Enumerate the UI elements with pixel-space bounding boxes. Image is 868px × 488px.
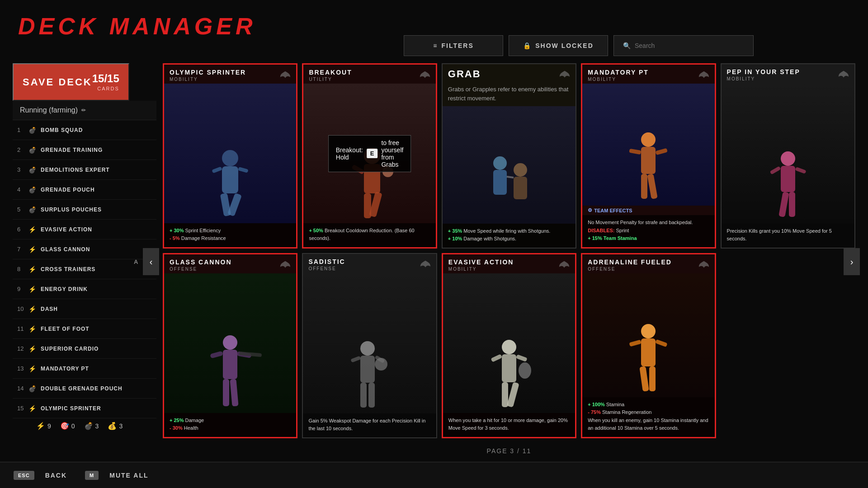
card-title: SADISTIC <box>308 258 430 265</box>
deck-list-item[interactable]: 7 ⚡ GLASS CANNON <box>13 239 156 259</box>
deck-item-name: GLASS CANNON <box>41 246 152 253</box>
svg-rect-52 <box>641 338 656 366</box>
nav-left-arrow[interactable]: ‹ <box>143 248 159 275</box>
card-glass-cannon[interactable]: GLASS CANNON OFFENSE + 25% Damage- 30% H… <box>163 253 297 438</box>
card-image-area <box>164 273 296 413</box>
show-locked-button[interactable]: 🔒 SHOW LOCKED <box>509 35 608 56</box>
card-image-area <box>443 106 576 224</box>
bottom-icon-item: ⚡9 <box>36 422 51 430</box>
deck-list-item[interactable]: 10 ⚡ DASH <box>13 299 156 319</box>
svg-rect-55 <box>640 366 650 391</box>
card-badge <box>419 69 431 82</box>
deck-item-number: 10 <box>17 305 27 312</box>
deck-list-item[interactable]: 5 💣 SURPLUS POUCHES <box>13 200 156 220</box>
card-badge <box>558 259 571 272</box>
card-mandatory-pt[interactable]: MANDATORY PT MOBILITY ⚙ TEAM EFFECTS No … <box>581 63 716 249</box>
deck-item-number: 2 <box>17 146 27 153</box>
svg-rect-48 <box>502 382 508 407</box>
edit-icon[interactable]: ✏ <box>81 107 86 113</box>
card-type: OFFENSE <box>588 267 709 272</box>
deck-list-item[interactable]: 3 💣 DEMOLITIONS EXPERT <box>13 160 156 180</box>
deck-item-icon: 💣 <box>27 165 37 175</box>
card-header: GLASS CANNON OFFENSE <box>164 254 296 273</box>
nav-right-arrow[interactable]: › <box>844 248 860 275</box>
card-badge <box>419 258 432 271</box>
filters-button[interactable]: ≡ FILTERS <box>404 35 503 56</box>
deck-item-name: GRENADE POUCH <box>41 187 152 193</box>
mute-key: M <box>85 471 99 480</box>
deck-item-icon: 💣 <box>27 125 37 135</box>
deck-item-number: 1 <box>17 127 27 133</box>
card-breakout[interactable]: BREAKOUT UTILITY Breakout: Hold E to fre… <box>302 63 437 249</box>
card-title: PEP IN YOUR STEP <box>727 69 849 75</box>
deck-list-item[interactable]: 4 💣 GRENADE POUCH <box>13 180 156 200</box>
bottom-icon-count: 3 <box>95 422 99 430</box>
svg-rect-56 <box>649 366 656 391</box>
card-badge <box>558 69 571 81</box>
svg-point-50 <box>519 362 531 379</box>
card-type: MOBILITY <box>170 77 291 82</box>
svg-rect-54 <box>655 339 668 347</box>
deck-item-number: 4 <box>17 186 27 193</box>
card-sadistic[interactable]: SADISTIC OFFENSE Gain 5% Weakspot Damage… <box>302 253 437 438</box>
deck-item-number: 8 <box>17 266 27 272</box>
filters-icon: ≡ <box>433 42 438 49</box>
cards-grid: OLYMPIC SPRINTER MOBILITY + 30% Sprint E… <box>163 63 855 438</box>
card-olympic-sprinter[interactable]: OLYMPIC SPRINTER MOBILITY + 30% Sprint E… <box>163 63 297 249</box>
card-type: MOBILITY <box>727 76 849 81</box>
deck-list-item[interactable]: 15 ⚡ OLYMPIC SPRINTER <box>13 399 156 418</box>
deck-item-number: 15 <box>17 405 27 412</box>
deck-item-name: GRENADE TRAINING <box>41 147 152 153</box>
cards-label: CARDS <box>97 86 119 91</box>
team-effects-label: ⚙ TEAM EFFECTS <box>582 206 714 215</box>
card-header: OLYMPIC SPRINTER MOBILITY <box>164 65 296 84</box>
svg-rect-46 <box>491 354 502 362</box>
card-stats: + 35% Move Speed while firing with Shotg… <box>443 224 576 248</box>
deck-item-name: MANDATORY PT <box>41 366 152 372</box>
svg-rect-1 <box>222 166 238 193</box>
search-input[interactable] <box>635 42 744 49</box>
deck-list-item[interactable]: 9 ⚡ ENERGY DRINK <box>13 279 156 299</box>
deck-list-item[interactable]: 14 💣 DOUBLE GRENADE POUCH <box>13 379 156 399</box>
sidebar-bottom-icons: ⚡9🎯0💣3💰3 <box>36 422 123 430</box>
svg-point-13 <box>493 156 507 170</box>
card-pep-in-your-step[interactable]: PEP IN YOUR STEP MOBILITY Precision Kill… <box>721 63 855 249</box>
card-grab[interactable]: Grab Grabs or Grapples refer to enemy ab… <box>442 63 576 249</box>
deck-item-number: 7 <box>17 246 27 253</box>
card-title: BREAKOUT <box>309 69 430 76</box>
deck-list-item[interactable]: 6 ⚡ EVASIVE ACTION <box>13 220 156 239</box>
search-box[interactable]: 🔍 <box>613 35 754 56</box>
deck-item-name: SURPLUS POUCHES <box>41 206 152 213</box>
svg-rect-27 <box>795 167 806 174</box>
deck-list-item[interactable]: 11 ⚡ FLEET OF FOOT <box>13 319 156 339</box>
deck-item-name: BOMB SQUAD <box>41 127 152 133</box>
card-title: GLASS CANNON <box>170 259 291 266</box>
card-evasive-action[interactable]: EVASIVE ACTION MOBILITY When you take a … <box>442 253 576 438</box>
svg-rect-38 <box>360 356 375 383</box>
deck-name-row: Running (farming) ✏ <box>13 101 156 120</box>
top-bar: ≡ FILTERS 🔒 SHOW LOCKED 🔍 <box>307 35 850 56</box>
deck-list-item[interactable]: 13 ⚡ MANDATORY PT <box>13 359 156 379</box>
svg-rect-43 <box>368 383 375 408</box>
deck-item-name: OLYMPIC SPRINTER <box>41 405 152 412</box>
tooltip-text: Breakout: Hold <box>336 146 363 161</box>
show-locked-label: SHOW LOCKED <box>535 42 594 49</box>
sidebar-deck-list: 1 💣 BOMB SQUAD 2 💣 GRENADE TRAINING 3 💣 … <box>13 120 156 473</box>
svg-rect-22 <box>641 174 647 199</box>
filters-label: FILTERS <box>441 42 473 49</box>
deck-item-number: 12 <box>17 345 27 352</box>
card-tooltip-overlay: Breakout: Hold E to free yourself from G… <box>328 135 411 172</box>
save-deck-button[interactable]: SAVE DECK 15/15 CARDS <box>13 63 129 101</box>
back-label: BACK <box>45 472 67 479</box>
deck-list-item[interactable]: 12 ⚡ SUPERIOR CARDIO <box>13 339 156 359</box>
card-type: OFFENSE <box>308 266 430 271</box>
tooltip-key-badge: E <box>367 149 378 158</box>
card-image-area: Breakout: Hold E to free yourself from G… <box>303 84 435 223</box>
deck-list-item[interactable]: 2 💣 GRENADE TRAINING <box>13 140 156 160</box>
svg-rect-42 <box>360 383 367 408</box>
card-adrenaline-fueled[interactable]: ADRENALINE FUELED OFFENSE + 100% Stamina… <box>581 253 716 438</box>
deck-item-number: 3 <box>17 166 27 173</box>
deck-list-item[interactable]: 1 💣 BOMB SQUAD <box>13 120 156 140</box>
tooltip-text2: to free yourself from Grabs <box>381 139 403 168</box>
svg-rect-2 <box>212 166 222 173</box>
